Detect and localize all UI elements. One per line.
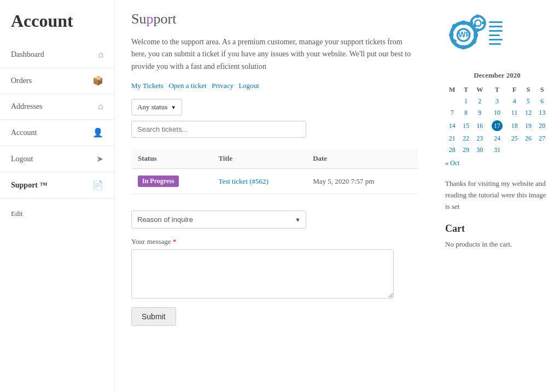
account-icon: 👤	[92, 127, 103, 138]
calendar-day[interactable]: 9	[473, 107, 487, 119]
status-badge: In Progress	[138, 175, 179, 187]
svg-rect-14	[476, 28, 479, 32]
calendar-day[interactable]: 11	[508, 107, 521, 119]
search-input[interactable]	[131, 121, 306, 138]
cal-header-f: F	[508, 84, 521, 96]
sidebar-item-logout[interactable]: Logout ➤	[0, 146, 114, 172]
logout-link[interactable]: Logout	[238, 81, 259, 90]
calendar-day[interactable]: 20	[535, 119, 549, 133]
message-textarea[interactable]	[131, 249, 394, 299]
calendar-day[interactable]: 24	[487, 133, 508, 144]
calendar-day-link[interactable]: 31	[494, 146, 500, 154]
my-tickets-link[interactable]: My Tickets	[131, 81, 164, 90]
calendar-day-link[interactable]: 27	[539, 134, 545, 142]
calendar-day[interactable]: 27	[535, 133, 549, 144]
svg-rect-15	[470, 21, 473, 24]
calendar-day[interactable]: 28	[445, 144, 459, 156]
calendar-day[interactable]: 10	[487, 107, 508, 119]
calendar-day[interactable]: 15	[459, 119, 472, 133]
calendar-day-link[interactable]: 22	[463, 134, 469, 142]
privacy-link[interactable]: Privacy	[212, 81, 234, 90]
calendar-day[interactable]: 26	[521, 133, 535, 144]
calendar-day[interactable]: 25	[508, 133, 521, 144]
gear-svg: WP	[445, 11, 489, 55]
calendar-day-link[interactable]: 4	[513, 97, 516, 105]
calendar-day[interactable]: 17	[487, 119, 508, 133]
calendar-day[interactable]: 31	[487, 144, 508, 156]
calendar-day[interactable]: 22	[459, 133, 472, 144]
calendar-row: 28293031	[445, 144, 549, 156]
reason-select[interactable]: Reason of inquire General inquiry Techni…	[131, 210, 306, 229]
calendar-day-link[interactable]: 3	[495, 97, 499, 105]
calendar-day-link[interactable]: 2	[478, 97, 481, 105]
calendar-day-link[interactable]: 9	[478, 109, 481, 116]
calendar-day-link[interactable]: 18	[511, 122, 518, 130]
calendar-day-link[interactable]: 19	[525, 122, 532, 130]
calendar-day[interactable]: 21	[445, 133, 459, 144]
calendar-day-link[interactable]: 10	[494, 109, 500, 116]
calendar-day[interactable]: 18	[508, 119, 521, 133]
support-title: Support	[131, 11, 418, 27]
calendar-day[interactable]: 13	[535, 107, 549, 119]
calendar-day[interactable]: 3	[487, 96, 508, 107]
support-icon: 📄	[92, 180, 103, 190]
calendar-day-link[interactable]: 21	[449, 134, 456, 142]
calendar-day-link[interactable]: 14	[449, 122, 456, 130]
cal-header-s2: S	[535, 84, 549, 96]
calendar-day-link[interactable]: 29	[463, 146, 469, 154]
calendar-day-link[interactable]: 12	[525, 109, 532, 116]
calendar-day-link[interactable]: 16	[476, 122, 483, 130]
calendar-day[interactable]: 5	[521, 96, 535, 107]
ticket-date-cell: May 5, 2020 7:57 pm	[306, 169, 418, 194]
calendar-day[interactable]: 6	[535, 96, 549, 107]
calendar-day[interactable]: 1	[459, 96, 472, 107]
calendar-day-link[interactable]: 7	[451, 109, 454, 116]
calendar-day[interactable]: 30	[473, 144, 487, 156]
calendar-day-link[interactable]: 23	[476, 134, 483, 142]
col-date: Date	[306, 149, 418, 169]
reason-select-wrapper: Reason of inquire General inquiry Techni…	[131, 210, 306, 229]
sidebar-label-addresses: Addresses	[11, 102, 43, 111]
calendar-day-link[interactable]: 13	[539, 109, 545, 116]
calendar-day[interactable]: 23	[473, 133, 487, 144]
status-dropdown[interactable]: Any status ▼	[131, 99, 182, 115]
calendar-day-link[interactable]: 25	[511, 134, 518, 142]
calendar-day-link[interactable]: 28	[449, 146, 456, 154]
sidebar-item-addresses[interactable]: Addresses ⌂	[0, 94, 114, 120]
calendar-day-link[interactable]: 30	[476, 146, 483, 154]
calendar-day-link[interactable]: 6	[540, 97, 544, 105]
calendar-day[interactable]: 19	[521, 119, 535, 133]
calendar-day-link[interactable]: 24	[494, 134, 500, 142]
calendar-day-link[interactable]: 15	[463, 122, 469, 130]
calendar-day[interactable]: 7	[445, 107, 459, 119]
calendar-day	[521, 144, 535, 156]
calendar-day[interactable]: 4	[508, 96, 521, 107]
prev-month-link[interactable]: « Oct	[445, 159, 459, 167]
calendar-day-link[interactable]: 8	[464, 109, 468, 116]
calendar-day[interactable]: 8	[459, 107, 472, 119]
calendar-day[interactable]: 2	[473, 96, 487, 107]
calendar-day-link[interactable]: 26	[525, 134, 532, 142]
calendar-day-link[interactable]: 11	[511, 109, 518, 116]
sidebar-item-support[interactable]: Support ™ 📄	[0, 172, 114, 198]
message-field-wrapper: Your message *	[131, 237, 418, 299]
svg-rect-3	[462, 45, 465, 49]
dashboard-icon: ⌂	[98, 50, 103, 60]
edit-link[interactable]: Edit	[11, 209, 23, 218]
sidebar-item-account[interactable]: Account 👤	[0, 120, 114, 146]
sidebar-item-orders[interactable]: Orders 📦	[0, 68, 114, 94]
col-title: Title	[212, 149, 306, 169]
main-content: Support Welcome to the support area. As …	[115, 0, 434, 392]
submit-button[interactable]: Submit	[131, 307, 176, 326]
calendar-day[interactable]: 12	[521, 107, 535, 119]
calendar-day-link[interactable]: 1	[464, 97, 468, 105]
ticket-link[interactable]: Test ticket (#562)	[218, 177, 269, 185]
calendar-day[interactable]: 14	[445, 119, 459, 133]
svg-text:WP: WP	[458, 30, 471, 39]
calendar-day-link[interactable]: 5	[527, 97, 530, 105]
sidebar-item-dashboard[interactable]: Dashboard ⌂	[0, 42, 114, 68]
calendar-day-link[interactable]: 20	[539, 122, 545, 130]
calendar-day[interactable]: 16	[473, 119, 487, 133]
calendar-day[interactable]: 29	[459, 144, 472, 156]
open-ticket-link[interactable]: Open a ticket	[168, 81, 206, 90]
